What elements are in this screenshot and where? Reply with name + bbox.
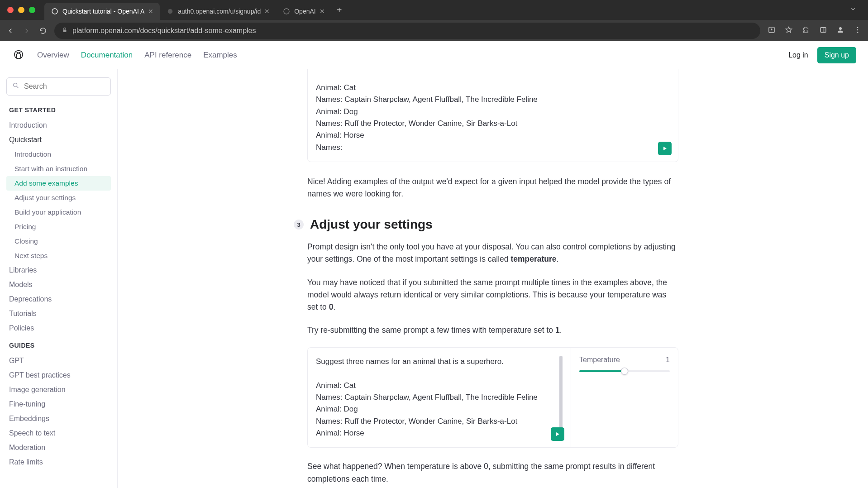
header-left: Overview Documentation API reference Exa… xyxy=(12,48,237,62)
step-number-badge: 3 xyxy=(294,220,304,230)
new-tab-button[interactable]: + xyxy=(331,5,348,15)
signup-button[interactable]: Sign up xyxy=(817,47,856,63)
url-input[interactable]: platform.openai.com/docs/quickstart/add-… xyxy=(54,23,760,39)
prompt-card-with-settings: Suggest three names for an animal that i… xyxy=(307,347,678,448)
reload-button[interactable] xyxy=(39,27,47,35)
tabs: Quickstart tutorial - OpenAI A ✕ auth0.o… xyxy=(44,0,331,20)
tab-openai[interactable]: OpenAI ✕ xyxy=(276,3,331,20)
menu-icon[interactable] xyxy=(854,26,862,36)
svg-line-12 xyxy=(17,86,18,88)
run-button[interactable] xyxy=(658,142,672,155)
prompt-line: Names: Captain Sharpclaw, Agent Fluffbal… xyxy=(316,94,670,105)
close-tab-icon[interactable]: ✕ xyxy=(148,8,153,15)
sidebar: ⌘ K GET STARTED Introduction Quickstart … xyxy=(0,69,118,488)
nav-examples[interactable]: Examples xyxy=(203,51,237,60)
svg-rect-3 xyxy=(63,29,67,32)
prompt-line: Names: Captain Sharpclaw, Agent Fluffbal… xyxy=(316,392,553,403)
tab-auth0[interactable]: auth0.openai.com/u/signup/id ✕ xyxy=(160,3,276,20)
profile-icon[interactable] xyxy=(836,26,844,36)
sidebar-item-image-generation[interactable]: Image generation xyxy=(6,383,111,397)
sidebar-item-speech-to-text[interactable]: Speech to text xyxy=(6,426,111,440)
minimize-window-button[interactable] xyxy=(18,7,24,13)
sidebar-item-libraries[interactable]: Libraries xyxy=(6,263,111,277)
maximize-window-button[interactable] xyxy=(29,7,35,13)
temperature-value: 1 xyxy=(666,356,670,364)
prompt-line: Animal: Cat xyxy=(316,82,670,94)
close-tab-icon[interactable]: ✕ xyxy=(320,8,325,15)
sidebar-item-qs-start-instruction[interactable]: Start with an instruction xyxy=(6,162,111,176)
nav-overview[interactable]: Overview xyxy=(37,51,69,60)
sidebar-item-gpt-best-practices[interactable]: GPT best practices xyxy=(6,368,111,383)
window-controls xyxy=(7,7,35,13)
sidebar-item-moderation[interactable]: Moderation xyxy=(6,440,111,455)
search-box[interactable]: ⌘ K xyxy=(6,77,111,96)
prompt-line: Suggest three names for an animal that i… xyxy=(316,356,553,368)
paragraph: You may have noticed that if you submitt… xyxy=(307,277,678,313)
install-icon[interactable] xyxy=(768,26,776,36)
paragraph: Prompt design isn't the only tool you ha… xyxy=(307,241,678,265)
svg-point-7 xyxy=(839,27,842,30)
paragraph: See what happened? When temperature is a… xyxy=(307,460,678,485)
paragraph: Nice! Adding examples of the output we'd… xyxy=(307,176,678,200)
sidebar-item-models[interactable]: Models xyxy=(6,277,111,292)
prompt-line: Animal: Horse xyxy=(316,427,553,439)
header-nav: Overview Documentation API reference Exa… xyxy=(37,51,237,60)
login-link[interactable]: Log in xyxy=(788,51,808,59)
nav-documentation[interactable]: Documentation xyxy=(81,51,133,60)
sidebar-item-policies[interactable]: Policies xyxy=(6,321,111,335)
sidebar-item-qs-build-application[interactable]: Build your application xyxy=(6,205,111,220)
sidebar-item-qs-introduction[interactable]: Introduction xyxy=(6,147,111,162)
sidebar-item-qs-add-examples[interactable]: Add some examples xyxy=(6,176,111,191)
sidebar-section-title: GUIDES xyxy=(9,342,111,349)
back-button[interactable] xyxy=(6,27,14,35)
nav-api-reference[interactable]: API reference xyxy=(144,51,191,60)
sidebar-item-qs-closing[interactable]: Closing xyxy=(6,234,111,249)
sidebar-section-title: GET STARTED xyxy=(9,106,111,114)
prompt-line: Animal: Dog xyxy=(316,403,553,415)
openai-logo-icon[interactable] xyxy=(12,48,25,62)
slider-thumb[interactable] xyxy=(621,368,628,375)
sidebar-item-deprecations[interactable]: Deprecations xyxy=(6,292,111,306)
sidebar-item-qs-pricing[interactable]: Pricing xyxy=(6,220,111,234)
site-header: Overview Documentation API reference Exa… xyxy=(0,41,868,69)
sidebar-item-gpt[interactable]: GPT xyxy=(6,354,111,368)
svg-point-1 xyxy=(168,9,173,14)
sidebar-item-qs-next-steps[interactable]: Next steps xyxy=(6,249,111,263)
svg-rect-5 xyxy=(820,27,826,32)
sidebar-item-quickstart[interactable]: Quickstart xyxy=(6,133,111,147)
sidebar-item-fine-tuning[interactable]: Fine-tuning xyxy=(6,397,111,411)
sidepanel-icon[interactable] xyxy=(819,26,827,36)
extensions-icon[interactable] xyxy=(802,26,810,36)
sidebar-item-qs-adjust-settings[interactable]: Adjust your settings xyxy=(6,191,111,205)
search-input[interactable] xyxy=(24,82,114,91)
section-heading: Adjust your settings xyxy=(310,217,433,232)
tabs-menu-button[interactable] xyxy=(844,6,863,14)
prompt-line: Animal: Dog xyxy=(316,106,670,118)
page-body: ⌘ K GET STARTED Introduction Quickstart … xyxy=(0,69,868,488)
prompt-line: Names: xyxy=(316,142,670,153)
sidebar-item-tutorials[interactable]: Tutorials xyxy=(6,306,111,321)
close-tab-icon[interactable]: ✕ xyxy=(264,8,270,15)
svg-point-11 xyxy=(14,83,17,87)
openai-favicon-icon xyxy=(51,7,59,15)
prompt-line: Names: Ruff the Protector, Wonder Canine… xyxy=(316,416,553,427)
prompt-line: Animal: Cat xyxy=(316,380,553,392)
prompt-line: Animal: Horse xyxy=(316,129,670,141)
sidebar-item-embeddings[interactable]: Embeddings xyxy=(6,411,111,426)
sidebar-item-introduction[interactable]: Introduction xyxy=(6,118,111,133)
close-window-button[interactable] xyxy=(7,7,14,13)
browser-action-icons xyxy=(768,26,862,36)
tab-quickstart[interactable]: Quickstart tutorial - OpenAI A ✕ xyxy=(44,3,160,20)
svg-point-8 xyxy=(857,27,858,28)
tab-label: auth0.openai.com/u/signup/id xyxy=(178,8,261,15)
scrollbar[interactable] xyxy=(559,356,563,439)
sidebar-item-rate-limits[interactable]: Rate limits xyxy=(6,455,111,469)
temperature-slider[interactable] xyxy=(579,370,670,372)
auth0-favicon-icon xyxy=(166,7,174,15)
forward-button[interactable] xyxy=(23,27,31,35)
content-wrapper: Animal: Cat Names: Captain Sharpclaw, Ag… xyxy=(307,69,678,485)
run-button[interactable] xyxy=(551,427,564,441)
prompt-card-1: Animal: Cat Names: Captain Sharpclaw, Ag… xyxy=(307,69,678,162)
svg-point-0 xyxy=(52,9,57,14)
bookmark-icon[interactable] xyxy=(785,26,793,36)
